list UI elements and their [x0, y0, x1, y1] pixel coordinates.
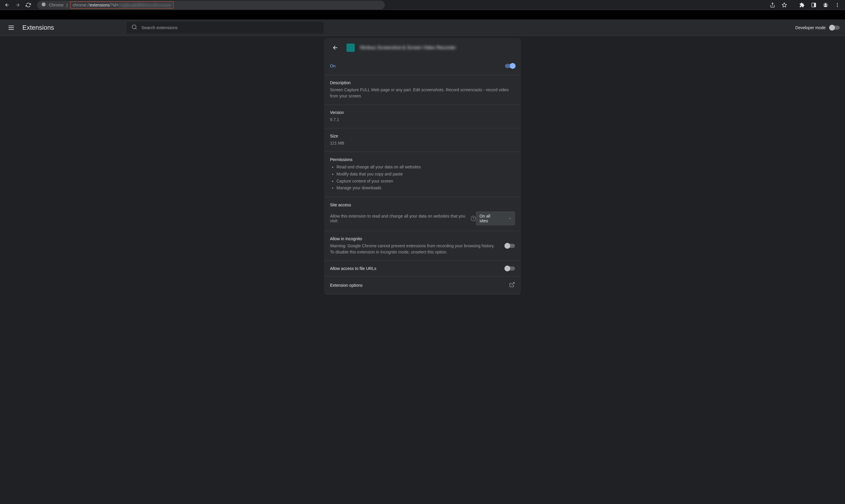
- panel-icon[interactable]: [809, 0, 818, 10]
- site-access-row: Allow this extension to read and change …: [330, 211, 515, 226]
- search-input[interactable]: [141, 25, 319, 30]
- incognito-toggle[interactable]: [505, 244, 515, 248]
- url-highlight: chrome://extensions/?id=mnpbcadofkdneoco…: [70, 1, 173, 8]
- svg-point-6: [837, 4, 838, 5]
- open-in-new-icon: [509, 282, 515, 289]
- permission-item: Modify data that you copy and paste: [337, 171, 515, 178]
- extensions-icon[interactable]: [797, 0, 807, 10]
- address-bar[interactable]: Chrome | chrome://extensions/?id=mnpbcad…: [37, 1, 385, 10]
- app-header: Extensions Developer mode: [0, 19, 845, 36]
- on-section: On: [324, 57, 521, 75]
- developer-mode: Developer mode: [795, 25, 840, 30]
- version-section: Version 9.7.1: [324, 105, 521, 128]
- incognito-label: Allow in Incognito: [330, 236, 499, 241]
- help-icon[interactable]: ?: [471, 216, 476, 221]
- site-access-value: On all sites: [479, 214, 499, 223]
- incognito-warning: Warning: Google Chrome cannot prevent ex…: [330, 243, 499, 255]
- svg-point-7: [837, 6, 838, 7]
- extension-icon: [346, 43, 355, 52]
- reload-button[interactable]: [24, 1, 32, 9]
- size-value: 121 MB: [330, 140, 515, 146]
- extension-detail-panel: Nimbus Screenshot & Screen Video Recorde…: [324, 38, 521, 294]
- site-access-dropdown[interactable]: On all sites: [476, 211, 515, 226]
- permission-item: Capture content of your screen: [337, 178, 515, 185]
- profile-icon[interactable]: [821, 0, 830, 10]
- chevron-down-icon: [508, 216, 512, 221]
- svg-rect-2: [814, 3, 816, 7]
- permission-item: Read and change all your data on all web…: [337, 164, 515, 171]
- back-button[interactable]: [3, 1, 11, 9]
- size-section: Size 121 MB: [324, 128, 521, 152]
- site-access-left: Allow this extension to read and change …: [330, 214, 476, 223]
- file-urls-toggle[interactable]: [505, 266, 515, 271]
- panel-back-button[interactable]: [329, 42, 341, 54]
- svg-point-0: [41, 2, 45, 6]
- developer-mode-label: Developer mode: [795, 25, 826, 30]
- share-icon[interactable]: [768, 0, 777, 10]
- incognito-section: Allow in Incognito Warning: Google Chrom…: [324, 231, 521, 261]
- page-title: Extensions: [22, 24, 54, 32]
- permissions-section: Permissions Read and change all your dat…: [324, 152, 521, 197]
- site-access-label: Site access: [330, 202, 515, 207]
- description-text: Screen Capture FULL Web page or any part…: [330, 87, 515, 99]
- site-access-section: Site access Allow this extension to read…: [324, 197, 521, 231]
- extension-options-label: Extension options: [330, 283, 363, 288]
- enable-toggle[interactable]: [505, 64, 515, 68]
- bookmark-icon[interactable]: [780, 0, 789, 10]
- hamburger-menu[interactable]: [5, 22, 17, 34]
- site-info-icon[interactable]: [41, 2, 46, 8]
- forward-button[interactable]: [14, 1, 22, 9]
- on-label: On: [330, 64, 335, 68]
- developer-mode-toggle[interactable]: [830, 25, 840, 30]
- permissions-list: Read and change all your data on all web…: [330, 164, 515, 192]
- permissions-label: Permissions: [330, 157, 515, 162]
- version-value: 9.7.1: [330, 116, 515, 123]
- file-urls-label: Allow access to file URLs: [330, 266, 376, 271]
- panel-header: Nimbus Screenshot & Screen Video Recorde…: [324, 38, 521, 57]
- toolbar-actions: [768, 0, 842, 10]
- extension-options-row[interactable]: Extension options: [324, 276, 521, 294]
- svg-point-5: [837, 3, 838, 4]
- description-label: Description: [330, 80, 515, 85]
- browser-toolbar: Chrome | chrome://extensions/?id=mnpbcad…: [0, 0, 845, 10]
- svg-point-11: [132, 25, 136, 29]
- svg-point-4: [825, 3, 826, 5]
- svg-line-12: [136, 28, 137, 29]
- permission-item: Manage your downloads: [337, 184, 515, 192]
- profile-label: Chrome: [49, 3, 64, 7]
- url-text: chrome://extensions/?id=mnpbcadofkdneoco…: [72, 3, 171, 7]
- site-access-desc: Allow this extension to read and change …: [330, 214, 468, 223]
- extension-name: Nimbus Screenshot & Screen Video Recorde…: [360, 45, 456, 50]
- search-icon: [132, 24, 137, 31]
- content: Nimbus Screenshot & Screen Video Recorde…: [0, 36, 845, 294]
- size-label: Size: [330, 134, 515, 138]
- description-section: Description Screen Capture FULL Web page…: [324, 75, 521, 105]
- black-strip: [0, 10, 845, 19]
- file-urls-section: Allow access to file URLs: [324, 261, 521, 276]
- version-label: Version: [330, 110, 515, 115]
- search-box[interactable]: [127, 22, 324, 34]
- menu-icon[interactable]: [833, 0, 842, 10]
